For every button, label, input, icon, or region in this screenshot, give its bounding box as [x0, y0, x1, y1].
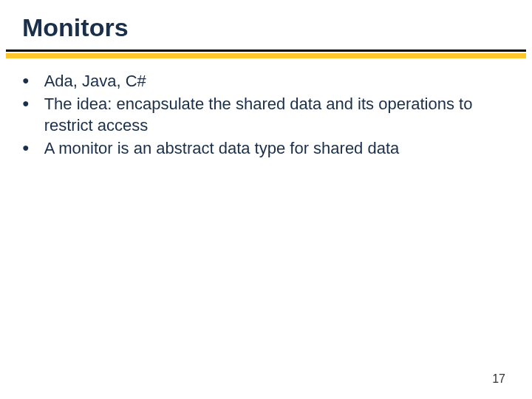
bullet-text: A monitor is an abstract data type for s…	[44, 137, 400, 159]
page-number: 17	[492, 372, 505, 386]
list-item: ● Ada, Java, C#	[22, 70, 502, 92]
slide-content: ● Ada, Java, C# ● The idea: encapsulate …	[0, 58, 532, 159]
divider-gold-line	[6, 53, 526, 58]
bullet-text: The idea: encapsulate the shared data an…	[44, 93, 502, 136]
bullet-text: Ada, Java, C#	[44, 70, 146, 92]
divider-black-line	[6, 50, 526, 52]
list-item: ● The idea: encapsulate the shared data …	[22, 93, 502, 136]
title-divider	[6, 50, 526, 58]
bullet-list: ● Ada, Java, C# ● The idea: encapsulate …	[22, 70, 502, 159]
slide-title: Monitors	[0, 13, 532, 50]
bullet-icon: ●	[22, 140, 30, 155]
bullet-icon: ●	[22, 72, 30, 88]
list-item: ● A monitor is an abstract data type for…	[22, 137, 502, 159]
bullet-icon: ●	[22, 95, 30, 111]
slide-container: Monitors ● Ada, Java, C# ● The idea: enc…	[0, 0, 532, 399]
